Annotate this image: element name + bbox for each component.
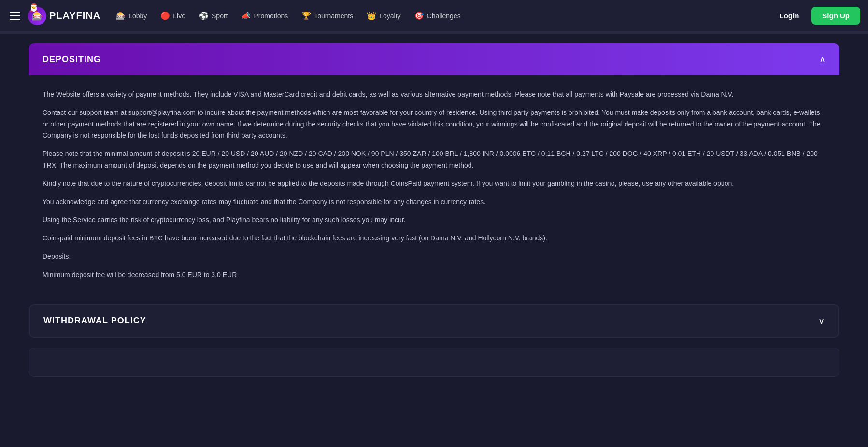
navbar-auth: Login Sign Up (772, 7, 861, 25)
logo-icon: 🎅 🎰 (28, 7, 46, 25)
challenges-icon: 🎯 (414, 11, 424, 20)
nav-item-live[interactable]: 🔴 Live (155, 7, 191, 24)
tournaments-icon: 🏆 (301, 11, 311, 20)
withdrawal-section: WITHDRAWAL POLICY ∨ (29, 304, 839, 338)
loyalty-icon: 👑 (367, 11, 376, 20)
depositing-title: DEPOSITING (43, 55, 101, 65)
nav-label-live: Live (173, 12, 185, 20)
depositing-para-1: The Website offers a variety of payment … (43, 89, 825, 100)
withdrawal-chevron-icon: ∨ (818, 316, 825, 326)
nav-item-lobby[interactable]: 🎰 Lobby (110, 7, 153, 24)
depositing-para-8: Deposits: (43, 251, 825, 263)
depositing-body: The Website offers a variety of payment … (29, 75, 839, 294)
nav-label-challenges: Challenges (427, 12, 461, 20)
nav-label-tournaments: Tournaments (314, 12, 353, 20)
nav-item-sport[interactable]: ⚽ Sport (193, 7, 233, 24)
depositing-para-4: Kindly note that due to the nature of cr… (43, 178, 825, 190)
depositing-para-6: Using the Service carries the risk of cr… (43, 214, 825, 226)
depositing-para-2: Contact our support team at support@play… (43, 107, 825, 141)
bottom-section-partial (29, 348, 839, 377)
depositing-header[interactable]: DEPOSITING ∧ (29, 43, 839, 75)
santa-hat-icon: 🎅 (29, 3, 39, 12)
sport-icon: ⚽ (199, 11, 209, 20)
logo-text: PLAYFINA (49, 10, 100, 21)
nav-item-challenges[interactable]: 🎯 Challenges (409, 7, 467, 24)
nav-links: 🎰 Lobby 🔴 Live ⚽ Sport 📣 Promotions 🏆 To… (110, 7, 771, 24)
nav-label-sport: Sport (212, 12, 228, 20)
main-content: DEPOSITING ∧ The Website offers a variet… (0, 34, 868, 386)
hamburger-menu[interactable] (8, 10, 22, 22)
logo[interactable]: 🎅 🎰 PLAYFINA (28, 7, 100, 25)
navbar: 🎅 🎰 PLAYFINA 🎰 Lobby 🔴 Live ⚽ Sport 📣 Pr… (0, 0, 868, 32)
nav-item-tournaments[interactable]: 🏆 Tournaments (296, 7, 359, 24)
lobby-icon: 🎰 (116, 11, 126, 20)
navbar-left: 🎅 🎰 PLAYFINA (8, 7, 100, 25)
nav-label-loyalty: Loyalty (379, 12, 400, 20)
depositing-para-7: Coinspaid minimum deposit fees in BTC ha… (43, 233, 825, 244)
depositing-para-3: Please note that the minimal amount of d… (43, 148, 825, 171)
live-icon: 🔴 (160, 11, 170, 20)
logo-casino-icon: 🎰 (32, 11, 43, 21)
depositing-section: DEPOSITING ∧ The Website offers a variet… (29, 43, 839, 294)
nav-label-promotions: Promotions (254, 12, 288, 20)
login-button[interactable]: Login (772, 8, 807, 24)
depositing-chevron-icon: ∧ (819, 54, 825, 65)
depositing-para-9: Minimum deposit fee will be decreased fr… (43, 269, 825, 281)
nav-item-loyalty[interactable]: 👑 Loyalty (361, 7, 406, 24)
promotions-icon: 📣 (241, 11, 251, 20)
depositing-para-5: You acknowledge and agree that currency … (43, 196, 825, 208)
nav-label-lobby: Lobby (128, 12, 147, 20)
nav-item-promotions[interactable]: 📣 Promotions (235, 7, 294, 24)
withdrawal-title: WITHDRAWAL POLICY (43, 316, 146, 326)
withdrawal-header[interactable]: WITHDRAWAL POLICY ∨ (29, 305, 839, 337)
signup-button[interactable]: Sign Up (811, 7, 860, 25)
